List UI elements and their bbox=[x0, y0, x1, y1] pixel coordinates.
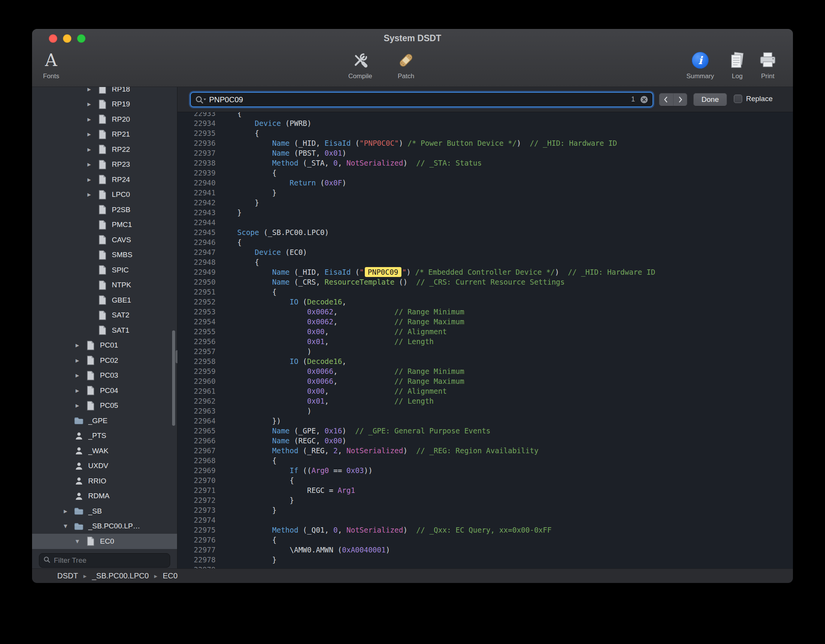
disclosure-right-icon[interactable]: ▶ bbox=[74, 388, 86, 393]
line-number: 22966 bbox=[177, 436, 216, 446]
disclosure-down-icon[interactable]: ▼ bbox=[63, 523, 74, 529]
device-icon bbox=[86, 401, 95, 411]
sidebar-scrollbar[interactable] bbox=[172, 330, 175, 426]
sidebar-item-pmc1[interactable]: PMC1 bbox=[32, 217, 177, 233]
code-text: Method (_REG, 2, NotSerialized) // _REG:… bbox=[220, 446, 538, 455]
sidebar-item-rp18[interactable]: ▶RP18 bbox=[32, 87, 177, 97]
sidebar-item-rp23[interactable]: ▶RP23 bbox=[32, 157, 177, 172]
disclosure-right-icon[interactable]: ▶ bbox=[74, 373, 86, 378]
sidebar-item-sat2[interactable]: SAT2 bbox=[32, 308, 177, 323]
find-next-button[interactable] bbox=[674, 93, 688, 106]
line-number: 22956 bbox=[177, 336, 216, 346]
sidebar-item-rp22[interactable]: ▶RP22 bbox=[32, 142, 177, 157]
sidebar-item-sat1[interactable]: SAT1 bbox=[32, 323, 177, 338]
sidebar-item-rp19[interactable]: ▶RP19 bbox=[32, 97, 177, 112]
sidebar-item-label: _SB.PC00.LP… bbox=[88, 522, 140, 530]
sidebar-item-label: _WAK bbox=[88, 447, 108, 455]
sidebar-item-rrio[interactable]: RRIO bbox=[32, 473, 177, 489]
find-previous-button[interactable] bbox=[659, 93, 674, 106]
sidebar-item-gbe1[interactable]: GBE1 bbox=[32, 293, 177, 308]
sidebar-item-gpe[interactable]: _GPE bbox=[32, 413, 177, 428]
sidebar-item-pc05[interactable]: ▶PC05 bbox=[32, 398, 177, 414]
code-line: 22977 \AMW0.AMWN (0xA0040001) bbox=[177, 545, 793, 555]
sidebar-item-pc03[interactable]: ▶PC03 bbox=[32, 368, 177, 383]
line-number: 22952 bbox=[177, 297, 216, 307]
disclosure-right-icon[interactable]: ▶ bbox=[86, 101, 98, 107]
device-icon bbox=[86, 386, 95, 395]
disclosure-right-icon[interactable]: ▶ bbox=[74, 358, 86, 363]
disclosure-right-icon[interactable]: ▶ bbox=[86, 147, 98, 152]
sidebar-item-wak[interactable]: _WAK bbox=[32, 443, 177, 459]
disclosure-right-icon[interactable]: ▶ bbox=[86, 87, 98, 92]
print-button[interactable]: Print bbox=[752, 49, 784, 80]
find-input[interactable] bbox=[209, 93, 620, 106]
device-icon bbox=[98, 265, 107, 275]
patch-button[interactable]: Patch bbox=[387, 49, 425, 80]
disclosure-right-icon[interactable]: ▶ bbox=[74, 343, 86, 348]
sidebar-item-ntpk[interactable]: NTPK bbox=[32, 278, 177, 293]
search-menu-icon[interactable] bbox=[195, 95, 207, 106]
disclosure-right-icon[interactable]: ▶ bbox=[74, 403, 86, 408]
summary-button[interactable]: i Summary bbox=[679, 49, 721, 80]
sidebar-item-pc04[interactable]: ▶PC04 bbox=[32, 383, 177, 398]
sidebar-item-p2sb[interactable]: P2SB bbox=[32, 202, 177, 217]
sidebar-item-spic[interactable]: SPIC bbox=[32, 262, 177, 278]
disclosure-right-icon[interactable]: ▶ bbox=[86, 117, 98, 122]
code-line: 22934 Device (PWRB) bbox=[177, 118, 793, 128]
device-icon bbox=[98, 250, 107, 260]
code-line: 22944 bbox=[177, 217, 793, 227]
replace-checkbox[interactable] bbox=[734, 95, 742, 103]
device-icon bbox=[98, 190, 107, 200]
sidebar-item-rp24[interactable]: ▶RP24 bbox=[32, 172, 177, 187]
code-text: IO (Decode16, bbox=[220, 298, 346, 306]
sidebar-item-rp20[interactable]: ▶RP20 bbox=[32, 112, 177, 127]
disclosure-right-icon[interactable]: ▶ bbox=[63, 509, 74, 514]
sidebar-item-lpc0[interactable]: ▶LPC0 bbox=[32, 187, 177, 203]
sidebar-item-label: GBE1 bbox=[112, 296, 131, 304]
filter-tree-input[interactable] bbox=[54, 556, 166, 565]
code-viewport[interactable]: 22933 {22934 Device (PWRB)22935 {22936 N… bbox=[177, 112, 793, 568]
device-icon bbox=[98, 311, 107, 320]
method-icon bbox=[74, 491, 84, 501]
disclosure-right-icon[interactable]: ▶ bbox=[86, 132, 98, 137]
code-line: 22947 Device (EC0) bbox=[177, 247, 793, 257]
disclosure-right-icon[interactable]: ▶ bbox=[86, 162, 98, 167]
line-number: 22954 bbox=[177, 317, 216, 327]
line-number: 22950 bbox=[177, 277, 216, 287]
breadcrumb-item-sb-pc00-lpc0[interactable]: _SB.PC00.LPC0 bbox=[92, 572, 149, 580]
sidebar-item-rdma[interactable]: RDMA bbox=[32, 489, 177, 504]
code-line: 22943 } bbox=[177, 208, 793, 217]
code-text: Device (PWRB) bbox=[220, 119, 311, 127]
line-number: 22965 bbox=[177, 426, 216, 436]
content-area: ▶RP18▶RP19▶RP20▶RP21▶RP22▶RP23▶RP24▶LPC0… bbox=[32, 87, 793, 568]
filter-field[interactable] bbox=[39, 553, 170, 568]
disclosure-right-icon[interactable]: ▶ bbox=[86, 177, 98, 182]
sidebar-item-smbs[interactable]: SMBS bbox=[32, 248, 177, 263]
code-lines: 22933 {22934 Device (PWRB)22935 {22936 N… bbox=[177, 112, 793, 568]
clear-search-icon[interactable] bbox=[640, 95, 648, 104]
compile-button[interactable]: Compile bbox=[337, 49, 383, 80]
sidebar-item-sb-pc00-lp[interactable]: ▼_SB.PC00.LP… bbox=[32, 519, 177, 534]
breadcrumb-item-dsdt[interactable]: DSDT bbox=[57, 572, 78, 580]
log-button[interactable]: Log bbox=[723, 49, 752, 80]
sidebar-item-cavs[interactable]: CAVS bbox=[32, 232, 177, 248]
code-line: 22970 { bbox=[177, 475, 793, 485]
sidebar-item-pc02[interactable]: ▶PC02 bbox=[32, 353, 177, 368]
breadcrumb-item-ec0[interactable]: EC0 bbox=[163, 572, 177, 580]
sidebar-item-sb[interactable]: ▶_SB bbox=[32, 504, 177, 519]
sidebar-item-label: _SB bbox=[88, 507, 102, 515]
sidebar-item-rp21[interactable]: ▶RP21 bbox=[32, 127, 177, 142]
sidebar-item-label: PC01 bbox=[100, 341, 118, 349]
fonts-button[interactable]: A Fonts bbox=[36, 49, 66, 80]
sidebar-item-pts[interactable]: _PTS bbox=[32, 428, 177, 444]
find-field[interactable]: 1 bbox=[190, 92, 653, 107]
line-number: 22960 bbox=[177, 376, 216, 386]
sidebar-item-pc01[interactable]: ▶PC01 bbox=[32, 338, 177, 353]
disclosure-down-icon[interactable]: ▼ bbox=[74, 539, 86, 544]
sidebar-item-uxdv[interactable]: UXDV bbox=[32, 459, 177, 474]
code-line: 22937 Name (PBST, 0x01) bbox=[177, 148, 793, 158]
sidebar-item-ec0[interactable]: ▼EC0 bbox=[32, 534, 177, 549]
disclosure-right-icon[interactable]: ▶ bbox=[86, 192, 98, 197]
done-button[interactable]: Done bbox=[693, 93, 727, 106]
window-titlebar[interactable]: System DSDT bbox=[32, 29, 793, 47]
